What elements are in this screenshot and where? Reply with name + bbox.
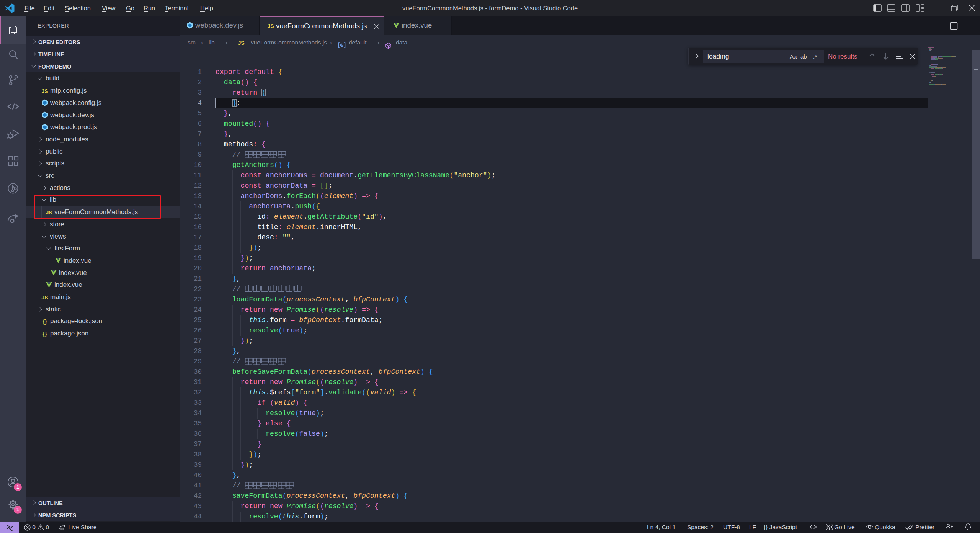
svg-text:JS: JS [238, 40, 244, 46]
svg-text:JS: JS [267, 23, 274, 29]
